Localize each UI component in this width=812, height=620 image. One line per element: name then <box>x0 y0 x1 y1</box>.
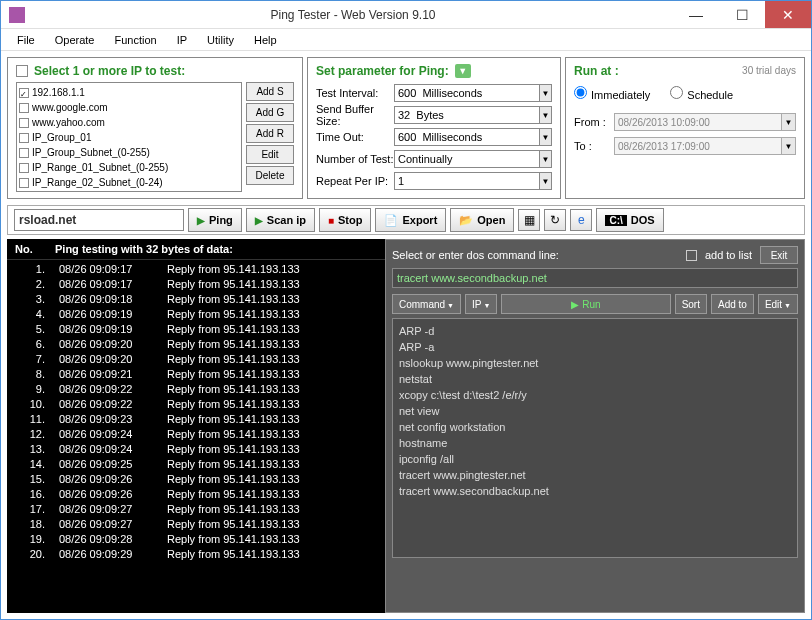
chevron-down-icon[interactable]: ▼ <box>540 172 552 190</box>
checkbox-icon[interactable] <box>19 133 29 143</box>
param-row: Repeat Per IP:▼ <box>316 170 552 192</box>
add-r-button[interactable]: Add R <box>246 124 294 143</box>
menu-ip[interactable]: IP <box>167 34 197 46</box>
list-item[interactable]: 192.168.1.1 <box>19 85 239 100</box>
ping-button[interactable]: ▶Ping <box>188 208 242 232</box>
command-item[interactable]: net view <box>399 403 791 419</box>
chevron-down-icon[interactable]: ▼ <box>540 150 552 168</box>
from-label: From : <box>574 116 614 128</box>
list-item[interactable]: www.yahoo.com <box>19 115 239 130</box>
from-datetime[interactable] <box>614 113 782 131</box>
param-input[interactable] <box>394 106 540 124</box>
checkbox-icon[interactable] <box>19 103 29 113</box>
maximize-button[interactable]: ☐ <box>719 1 765 28</box>
command-list[interactable]: ARP -dARP -anslookup www.pingtester.netn… <box>392 318 798 558</box>
chevron-down-icon[interactable]: ▼ <box>540 128 552 146</box>
list-item[interactable]: www.google.com <box>19 100 239 115</box>
menubar: FileOperateFunctionIPUtilityHelp <box>1 29 811 51</box>
param-input[interactable] <box>394 150 540 168</box>
ip-select-panel: Select 1 or more IP to test: 192.168.1.1… <box>7 57 303 199</box>
param-input[interactable] <box>394 84 540 102</box>
checkbox-icon[interactable] <box>19 178 29 188</box>
add-g-button[interactable]: Add G <box>246 103 294 122</box>
folder-icon: 📂 <box>459 214 473 227</box>
tile-icon[interactable]: ▦ <box>518 209 540 231</box>
checkbox-icon[interactable] <box>19 163 29 173</box>
command-item[interactable]: xcopy c:\test d:\test2 /e/r/y <box>399 387 791 403</box>
chevron-down-icon[interactable]: ▼ <box>540 84 552 102</box>
chevron-down-icon[interactable]: ▼ <box>782 113 796 131</box>
addto-button[interactable]: Add to <box>711 294 754 314</box>
add-s-button[interactable]: Add S <box>246 82 294 101</box>
command-item[interactable]: tracert www.secondbackup.net <box>399 483 791 499</box>
edit-dropdown[interactable]: Edit <box>758 294 798 314</box>
sort-button[interactable]: Sort <box>675 294 707 314</box>
command-input[interactable] <box>392 268 798 288</box>
menu-function[interactable]: Function <box>104 34 166 46</box>
command-item[interactable]: net config workstation <box>399 419 791 435</box>
to-datetime[interactable] <box>614 137 782 155</box>
exit-button[interactable]: Exit <box>760 246 798 264</box>
command-item[interactable]: hostname <box>399 435 791 451</box>
checkbox-icon[interactable] <box>19 88 29 98</box>
to-label: To : <box>574 140 614 152</box>
app-icon <box>9 7 25 23</box>
minimize-button[interactable]: — <box>673 1 719 28</box>
host-input[interactable] <box>14 209 184 231</box>
trial-label: 30 trial days <box>742 65 796 76</box>
list-item[interactable]: IP_Group_01 <box>19 130 239 145</box>
list-item[interactable]: IP_Group_Subnet_(0-255) <box>19 145 239 160</box>
menu-help[interactable]: Help <box>244 34 287 46</box>
close-button[interactable]: ✕ <box>765 1 811 28</box>
refresh-icon[interactable]: ↻ <box>544 209 566 231</box>
command-item[interactable]: tracert www.pingtester.net <box>399 467 791 483</box>
select-all-checkbox[interactable] <box>16 65 28 77</box>
command-item[interactable]: ARP -a <box>399 339 791 355</box>
chevron-down-icon[interactable]: ▼ <box>540 106 552 124</box>
checkbox-icon[interactable] <box>19 118 29 128</box>
param-row: Number of Test:▼ <box>316 148 552 170</box>
param-row: Send Buffer Size:▼ <box>316 104 552 126</box>
param-row: Test Interval:▼ <box>316 82 552 104</box>
list-item[interactable]: IP_Range_02_Subnet_(0-24) <box>19 175 239 190</box>
window-title: Ping Tester - Web Version 9.10 <box>33 8 673 22</box>
command-item[interactable]: ARP -d <box>399 323 791 339</box>
param-input[interactable] <box>394 128 540 146</box>
command-item[interactable]: netstat <box>399 371 791 387</box>
ping-param-panel: Set parameter for Ping:▼ Test Interval:▼… <box>307 57 561 199</box>
radio-immediately[interactable]: Immediately <box>574 86 650 101</box>
dos-button[interactable]: C:\DOS <box>596 208 663 232</box>
ip-list[interactable]: 192.168.1.1www.google.comwww.yahoo.comIP… <box>16 82 242 192</box>
menu-file[interactable]: File <box>7 34 45 46</box>
panel3-title: Run at : <box>574 64 619 78</box>
export-button[interactable]: 📄Export <box>375 208 446 232</box>
command-item[interactable]: nslookup www.pingtester.net <box>399 355 791 371</box>
scan-button[interactable]: ▶Scan ip <box>246 208 315 232</box>
toolbar: ▶Ping ▶Scan ip ■Stop 📄Export 📂Open ▦ ↻ e… <box>7 205 805 235</box>
ip-dropdown[interactable]: IP <box>465 294 497 314</box>
menu-operate[interactable]: Operate <box>45 34 105 46</box>
command-item[interactable]: ipconfig /all <box>399 451 791 467</box>
dos-icon: C:\ <box>605 215 626 226</box>
checkbox-icon[interactable] <box>19 148 29 158</box>
dos-command-panel: Select or enter dos command line: add to… <box>385 239 805 613</box>
run-panel: Run at :30 trial days Immediately Schedu… <box>565 57 805 199</box>
delete-button[interactable]: Delete <box>246 166 294 185</box>
run-button[interactable]: ▶ Run <box>501 294 670 314</box>
menu-utility[interactable]: Utility <box>197 34 244 46</box>
param-input[interactable] <box>394 172 540 190</box>
panel2-title: Set parameter for Ping: <box>316 64 449 78</box>
open-button[interactable]: 📂Open <box>450 208 514 232</box>
list-item[interactable]: IP_Range_01_Subnet_(0-255) <box>19 160 239 175</box>
ie-icon[interactable]: e <box>570 209 592 231</box>
titlebar: Ping Tester - Web Version 9.10 — ☐ ✕ <box>1 1 811 29</box>
col-no: No. <box>15 243 55 255</box>
chevron-down-icon[interactable]: ▼ <box>782 137 796 155</box>
param-row: Time Out:▼ <box>316 126 552 148</box>
edit-button[interactable]: Edit <box>246 145 294 164</box>
add-to-list-checkbox[interactable] <box>686 250 697 261</box>
command-dropdown[interactable]: Command <box>392 294 461 314</box>
stop-button[interactable]: ■Stop <box>319 208 372 232</box>
chevron-down-icon[interactable]: ▼ <box>455 64 471 78</box>
radio-schedule[interactable]: Schedule <box>670 86 733 101</box>
